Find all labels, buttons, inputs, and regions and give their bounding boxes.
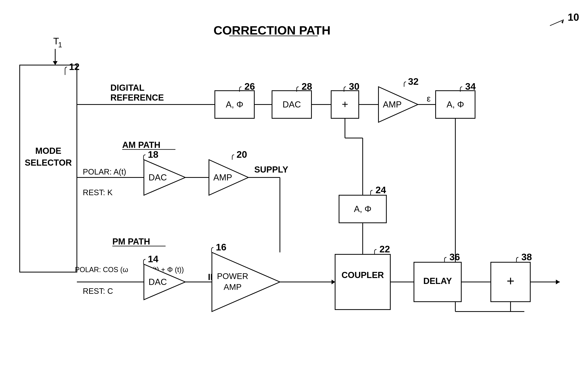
pm-path-label: PM PATH xyxy=(112,237,150,246)
polar-pm-label: POLAR: COS (ω xyxy=(75,266,128,274)
diagram-container: 10 CORRECTION PATH T 1 MODE SELECTOR 12 … xyxy=(0,0,588,377)
num-16: 16 xyxy=(216,242,226,252)
num-26: 26 xyxy=(244,81,255,92)
a-phi-fb-label: A, Φ xyxy=(354,204,371,214)
mode-selector-label2: SELECTOR xyxy=(25,158,72,167)
num-36: 36 xyxy=(450,252,460,262)
dac-am-label: DAC xyxy=(149,173,167,182)
correction-path-title: CORRECTION PATH xyxy=(213,24,331,37)
adder-ref-label: + xyxy=(342,98,348,110)
svg-rect-35 xyxy=(335,254,390,310)
amp-ref-label: AMP xyxy=(383,100,402,109)
a-phi-ref-label: A, Φ xyxy=(226,100,243,109)
num-28: 28 xyxy=(302,81,312,92)
figure-number: 10 xyxy=(568,12,579,23)
t1-subscript: 1 xyxy=(58,41,62,49)
dac-ref-label: DAC xyxy=(283,100,301,109)
dac-pm-label: DAC xyxy=(149,277,167,287)
power-amp-label2: AMP xyxy=(224,282,242,292)
adder-out-label: + xyxy=(507,273,515,288)
coupler-label: COUPLER xyxy=(341,270,384,280)
digital-ref-label2: REFERENCE xyxy=(110,93,164,102)
mode-selector-label: MODE xyxy=(35,146,61,155)
num-30: 30 xyxy=(349,81,359,92)
num-22: 22 xyxy=(380,244,390,254)
rest-pm-label: REST: C xyxy=(83,287,113,295)
polar-am-label: POLAR: A(t) xyxy=(83,167,126,176)
num-14: 14 xyxy=(148,254,159,264)
supply-label: SUPPLY xyxy=(254,165,288,174)
epsilon-label: ε xyxy=(427,94,431,103)
am-path-label: AM PATH xyxy=(122,140,161,150)
rest-am-label: REST: K xyxy=(83,188,113,197)
digital-ref-label: DIGITAL xyxy=(110,83,144,93)
num-32: 32 xyxy=(408,76,418,87)
svg-rect-6 xyxy=(20,65,77,272)
a-phi-corr-label: A, Φ xyxy=(447,100,464,109)
amp-am-label: AMP xyxy=(213,173,232,182)
num-34: 34 xyxy=(465,81,476,92)
delay-label: DELAY xyxy=(423,276,452,286)
num-18: 18 xyxy=(148,149,158,160)
num-20: 20 xyxy=(237,149,247,160)
num-38: 38 xyxy=(521,252,532,262)
num-24: 24 xyxy=(376,185,386,195)
num-12: 12 xyxy=(69,61,80,72)
power-amp-label1: POWER xyxy=(217,271,248,281)
